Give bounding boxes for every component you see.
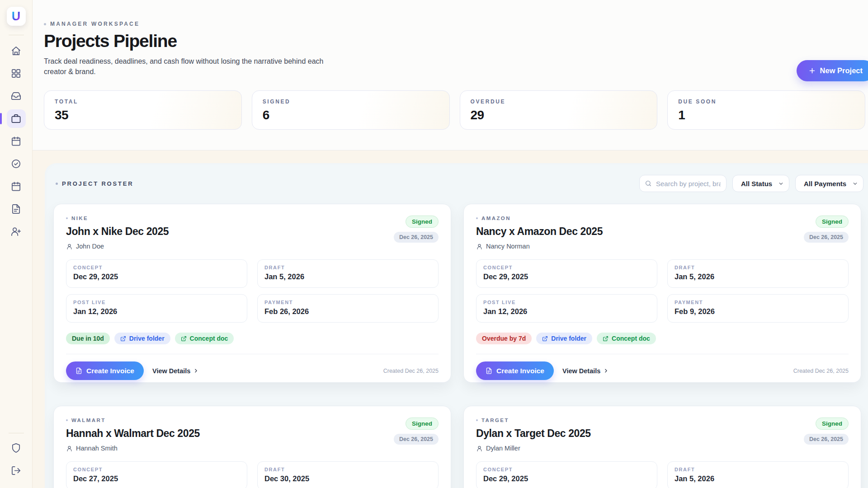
card-badge: Overdue by 7d bbox=[476, 333, 532, 344]
card-title: Nancy x Amazon Dec 2025 bbox=[476, 225, 603, 238]
sidebar-item-approvals-check-circle[interactable] bbox=[7, 155, 26, 173]
logout-icon bbox=[11, 465, 21, 476]
roster-eyebrow: PROJECT ROSTER bbox=[56, 180, 133, 187]
milestone-box: DRAFTJan 5, 2026 bbox=[667, 259, 849, 288]
page-title: Projects Pipeline bbox=[44, 31, 865, 51]
sidebar-item-documents-file[interactable] bbox=[7, 200, 26, 218]
security-shield-icon bbox=[11, 443, 21, 453]
milestone-label: DRAFT bbox=[675, 265, 841, 270]
external-link-icon bbox=[120, 336, 126, 342]
card-creator: John Doe bbox=[66, 243, 169, 250]
sidebar-item-dashboard-grid[interactable] bbox=[7, 64, 26, 83]
page-header: MANAGER WORKSPACE Projects Pipeline Trac… bbox=[33, 0, 868, 150]
milestone-value: Jan 5, 2026 bbox=[264, 272, 431, 281]
invoice-file-icon bbox=[486, 367, 492, 374]
card-title: Dylan x Target Dec 2025 bbox=[476, 427, 591, 440]
card-creator-name: Nancy Norman bbox=[486, 243, 530, 250]
status-filter-select[interactable]: All Status bbox=[732, 175, 789, 192]
card-date-badge: Dec 26, 2025 bbox=[804, 232, 849, 243]
logo-letter: U bbox=[12, 10, 21, 23]
calendar-icon bbox=[11, 136, 21, 146]
card-badge-label: Overdue by 7d bbox=[482, 335, 526, 342]
stat-value: 6 bbox=[263, 108, 439, 122]
app-logo[interactable]: U bbox=[7, 7, 26, 26]
card-brand-label: NIKE bbox=[71, 216, 88, 221]
eyebrow-dot-icon bbox=[56, 183, 58, 185]
card-badge-label: Drive folder bbox=[129, 335, 165, 342]
sidebar-item-invite-user-plus[interactable] bbox=[7, 222, 26, 241]
card-brand: NIKE bbox=[66, 216, 169, 221]
milestones-grid: CONCEPTDec 27, 2025DRAFTDec 30, 2025POST… bbox=[66, 461, 439, 488]
brand-dot-icon bbox=[66, 419, 68, 421]
card-creator: Hannah Smith bbox=[66, 445, 200, 452]
status-badge: Signed bbox=[816, 216, 849, 228]
card-badge-label: Concept doc bbox=[190, 335, 228, 342]
person-icon bbox=[66, 445, 73, 452]
search-input[interactable] bbox=[639, 175, 726, 192]
sidebar-item-projects-briefcase[interactable] bbox=[7, 109, 26, 128]
card-badge[interactable]: Drive folder bbox=[114, 333, 170, 344]
stat-value: 1 bbox=[678, 108, 854, 122]
sidebar-item-security-shield[interactable] bbox=[7, 439, 26, 457]
stat-label: DUE SOON bbox=[678, 99, 854, 105]
milestones-grid: CONCEPTDec 29, 2025DRAFTJan 5, 2026POST … bbox=[476, 461, 849, 488]
card-badge[interactable]: Drive folder bbox=[536, 333, 592, 344]
card-brand-label: AMAZON bbox=[481, 216, 511, 221]
milestone-value: Jan 12, 2026 bbox=[73, 307, 240, 316]
milestone-label: DRAFT bbox=[675, 467, 841, 472]
card-brand-label: WALMART bbox=[71, 418, 106, 423]
stats-row: TOTAL 35 SIGNED 6 OVERDUE 29 DUE SOON 1 bbox=[44, 90, 865, 130]
main-content: MANAGER WORKSPACE Projects Pipeline Trac… bbox=[33, 0, 868, 488]
project-cards-grid: NIKE John x Nike Dec 2025 John Doe Signe… bbox=[53, 204, 863, 488]
card-title: Hannah x Walmart Dec 2025 bbox=[66, 427, 200, 440]
card-badge[interactable]: Concept doc bbox=[175, 333, 234, 344]
sidebar-item-logout[interactable] bbox=[7, 461, 26, 480]
create-invoice-label: Create Invoice bbox=[86, 367, 134, 375]
sidebar-item-inbox[interactable] bbox=[7, 87, 26, 105]
stat-value: 35 bbox=[55, 108, 231, 122]
documents-file-icon bbox=[11, 204, 21, 214]
milestone-value: Feb 9, 2026 bbox=[675, 307, 841, 316]
create-invoice-label: Create Invoice bbox=[496, 367, 544, 375]
milestone-label: PAYMENT bbox=[264, 300, 431, 305]
schedule-calendar-icon bbox=[11, 181, 21, 192]
card-date-badge: Dec 26, 2025 bbox=[394, 232, 439, 243]
milestone-box: CONCEPTDec 29, 2025 bbox=[66, 259, 247, 288]
new-project-button[interactable]: New Project bbox=[797, 60, 868, 81]
card-badge[interactable]: Concept doc bbox=[597, 333, 656, 344]
sidebar-item-schedule-calendar[interactable] bbox=[7, 177, 26, 196]
card-brand: TARGET bbox=[476, 418, 591, 423]
search-icon bbox=[645, 180, 652, 187]
milestone-box: DRAFTDec 30, 2025 bbox=[257, 461, 439, 488]
milestones-grid: CONCEPTDec 29, 2025DRAFTJan 5, 2026POST … bbox=[476, 259, 849, 323]
project-card: AMAZON Nancy x Amazon Dec 2025 Nancy Nor… bbox=[463, 204, 861, 383]
milestone-label: DRAFT bbox=[264, 467, 431, 472]
stat-label: TOTAL bbox=[55, 99, 231, 105]
card-creator: Nancy Norman bbox=[476, 243, 603, 250]
project-card: NIKE John x Nike Dec 2025 John Doe Signe… bbox=[53, 204, 451, 383]
create-invoice-button[interactable]: Create Invoice bbox=[476, 361, 554, 380]
view-details-link[interactable]: View Details bbox=[562, 367, 609, 375]
external-link-icon bbox=[542, 336, 548, 342]
sidebar: U bbox=[0, 0, 33, 488]
home-icon bbox=[11, 46, 21, 56]
card-creator-name: Hannah Smith bbox=[76, 445, 118, 452]
external-link-icon bbox=[603, 336, 609, 342]
stat-card: DUE SOON 1 bbox=[667, 90, 865, 130]
status-badge: Signed bbox=[406, 418, 439, 430]
card-footer: Create Invoice View Details Created Dec … bbox=[476, 354, 849, 380]
card-date-badge: Dec 26, 2025 bbox=[394, 434, 439, 445]
brand-dot-icon bbox=[476, 217, 478, 219]
card-date-badge: Dec 26, 2025 bbox=[804, 434, 849, 445]
card-brand: AMAZON bbox=[476, 216, 603, 221]
create-invoice-button[interactable]: Create Invoice bbox=[66, 361, 144, 380]
milestone-label: POST LIVE bbox=[73, 300, 240, 305]
payments-filter-select[interactable]: All Payments bbox=[795, 175, 863, 192]
new-project-label: New Project bbox=[820, 66, 863, 75]
sidebar-item-home[interactable] bbox=[7, 42, 26, 60]
sidebar-item-calendar[interactable] bbox=[7, 132, 26, 150]
view-details-link[interactable]: View Details bbox=[152, 367, 199, 375]
sidebar-nav bbox=[7, 42, 26, 241]
stat-card: OVERDUE 29 bbox=[460, 90, 658, 130]
milestone-value: Jan 5, 2026 bbox=[675, 272, 841, 281]
